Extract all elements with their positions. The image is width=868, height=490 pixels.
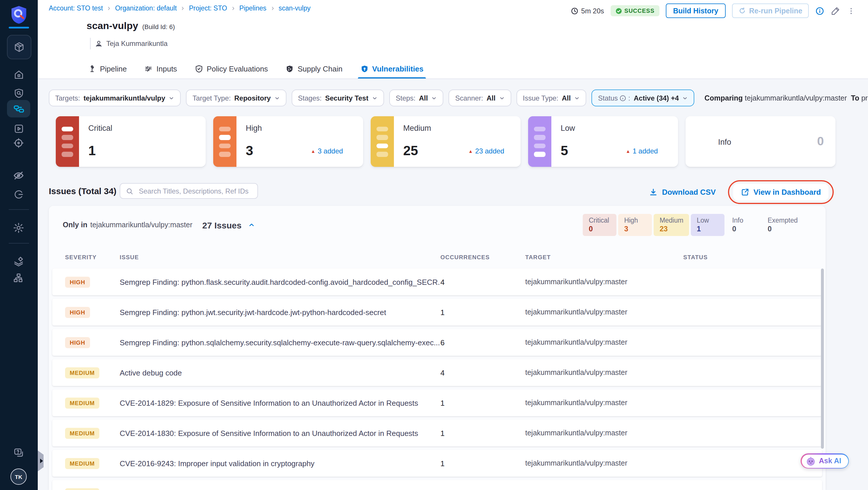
sidebar-item-home[interactable] xyxy=(7,66,30,83)
chevron-right-icon xyxy=(180,5,185,11)
issue-row[interactable]: MEDIUMCVE-2014-1829: Exposure of Sensiti… xyxy=(52,390,822,416)
breadcrumb-link[interactable]: Account: STO test xyxy=(49,5,103,11)
card-label: Low xyxy=(561,124,575,132)
tab-policy-evaluations[interactable]: Policy Evaluations xyxy=(193,59,269,79)
sidebar-item-exemptions[interactable] xyxy=(7,167,30,184)
sidebar-item-default-settings[interactable] xyxy=(7,253,30,270)
inputs-icon xyxy=(144,64,153,73)
filter-stages[interactable]: Stages: Security Test xyxy=(292,90,384,106)
severity-badge: MEDIUM xyxy=(65,398,99,409)
sidebar-item-settings[interactable] xyxy=(7,220,30,236)
target-icon xyxy=(13,137,24,149)
issue-row[interactable]: MEDIUMCVE-2014-1830: Exposure of Sensiti… xyxy=(52,420,822,447)
sidebar-divider xyxy=(9,209,29,210)
group-header[interactable]: Only in tejakummarikuntla/vulpy:master 2… xyxy=(63,220,255,230)
filter-issue-type[interactable]: Issue Type: All xyxy=(517,90,587,106)
sidebar-item-pipelines[interactable] xyxy=(7,100,30,117)
severity-cards: Critical1High3▲3 addedMedium25▲23 addedL… xyxy=(56,116,835,167)
filter-value: All xyxy=(487,94,496,102)
breadcrumb: Account: STO testOrganization: defaultPr… xyxy=(49,5,311,11)
issue-row[interactable]: MEDIUMCVE-2016-9243: Improper input vali… xyxy=(52,450,822,477)
module-selector-button[interactable] xyxy=(7,35,31,59)
build-history-button[interactable]: Build History xyxy=(665,3,726,18)
group-only-in-label: Only in xyxy=(63,221,87,229)
filter-label: Stages: xyxy=(298,94,321,102)
severity-badge: HIGH xyxy=(65,277,90,288)
issues-panel: Only in tejakummarikuntla/vulpy:master 2… xyxy=(49,206,826,490)
search-input[interactable] xyxy=(138,186,252,195)
issue-target: tejakummarikuntla/vulpy:master xyxy=(525,399,683,407)
group-target: tejakummarikuntla/vulpy:master xyxy=(90,221,193,229)
external-link-icon xyxy=(741,188,749,196)
issue-target: tejakummarikuntla/vulpy:master xyxy=(525,338,683,346)
issue-row[interactable]: HIGHSemgrep Finding: python.sqlalchemy.s… xyxy=(52,329,822,356)
occurrences-count: 1 xyxy=(440,429,525,437)
sidebar-item-overview[interactable] xyxy=(7,85,30,101)
severity-card-low[interactable]: Low5▲1 added xyxy=(528,116,678,167)
added-count: ▲23 added xyxy=(468,147,504,155)
card-count: 0 xyxy=(817,134,824,148)
harness-sto-logo xyxy=(10,5,28,24)
issue-row[interactable]: MEDIUM xyxy=(52,480,822,490)
chevron-up-icon[interactable] xyxy=(248,221,255,228)
occurrences-count: 4 xyxy=(440,368,525,377)
shield-nodes-icon xyxy=(285,64,294,73)
occurrences-count: 4 xyxy=(440,278,525,286)
sidebar-item-org-structure[interactable] xyxy=(7,270,30,286)
filter-steps[interactable]: Steps: All xyxy=(389,90,443,106)
issue-row[interactable]: HIGHSemgrep Finding: python.jwt.security… xyxy=(52,299,822,326)
tab-bar: PipelineInputsPolicy EvaluationsSupply C… xyxy=(87,59,425,79)
sidebar-item-get-started[interactable] xyxy=(7,186,30,202)
table-header-row: SEVERITYISSUEOCCURRENCESTARGETSTATUS xyxy=(65,254,809,261)
filter-status[interactable]: Status : Active (34) +4 xyxy=(592,90,694,106)
breadcrumb-link[interactable]: scan-vulpy xyxy=(279,5,311,11)
tab-inputs[interactable]: Inputs xyxy=(143,59,178,79)
filter-scanner[interactable]: Scanner: All xyxy=(449,90,511,106)
added-count: ▲3 added xyxy=(311,147,343,155)
kebab-menu-icon[interactable] xyxy=(847,6,855,16)
breadcrumb-link[interactable]: Project: STO xyxy=(189,5,227,11)
shield-search-icon xyxy=(13,88,24,98)
severity-card-high[interactable]: High3▲3 added xyxy=(213,116,363,167)
info-icon[interactable] xyxy=(815,6,825,16)
summary-count: 0 xyxy=(589,225,611,233)
severity-card-critical[interactable]: Critical1 xyxy=(56,116,206,167)
rerun-pipeline-button[interactable]: Re-run Pipeline xyxy=(732,3,809,18)
issues-search[interactable] xyxy=(120,183,258,199)
severity-gauge-bar xyxy=(371,116,394,167)
ask-ai-button[interactable]: Ask AI xyxy=(801,453,849,468)
severity-badge: MEDIUM xyxy=(65,488,99,490)
severity-card-info[interactable]: Info0 xyxy=(686,116,835,167)
issue-title: CVE-2014-1829: Exposure of Sensitive Inf… xyxy=(120,398,440,407)
filter-value: tejakummarikuntla/vulpy xyxy=(83,94,165,102)
severity-card-medium[interactable]: Medium25▲23 added xyxy=(371,116,521,167)
user-avatar[interactable]: TK xyxy=(10,468,27,485)
sidebar-item-targets[interactable] xyxy=(7,135,30,151)
view-in-dashboard-button[interactable]: View in Dashboard xyxy=(733,184,829,201)
run-duration: 5m 20s xyxy=(571,7,604,15)
shield-check-icon xyxy=(194,64,203,73)
page-header: Account: STO testOrganization: defaultPr… xyxy=(38,0,868,79)
breadcrumb-link[interactable]: Pipelines xyxy=(239,5,267,11)
edit-pencil-icon[interactable] xyxy=(831,6,841,16)
download-icon xyxy=(649,188,658,196)
card-label: Critical xyxy=(88,124,113,132)
filter-target-type[interactable]: Target Type: Repository xyxy=(186,90,286,106)
issue-row[interactable]: HIGHSemgrep Finding: python.flask.securi… xyxy=(52,269,822,295)
filter-targets[interactable]: Targets: tejakummarikuntla/vulpy xyxy=(49,90,181,106)
column-header-issue: ISSUE xyxy=(120,254,440,261)
tab-vulnerabilities[interactable]: Vulnerabilities xyxy=(359,59,425,79)
issue-row[interactable]: MEDIUMActive debug code4tejakummarikuntl… xyxy=(52,359,822,386)
tab-pipeline[interactable]: Pipeline xyxy=(87,59,128,79)
help-button[interactable] xyxy=(7,445,30,461)
issue-target: tejakummarikuntla/vulpy:master xyxy=(525,308,683,316)
severity-summary-pills: Critical0High3Medium23Low1Info0Exempted0 xyxy=(583,214,804,236)
tab-supply-chain[interactable]: Supply Chain xyxy=(284,59,344,79)
download-csv-button[interactable]: Download CSV xyxy=(649,188,716,196)
chevron-right-icon xyxy=(106,5,112,11)
table-scrollbar[interactable] xyxy=(821,269,824,449)
status-badge: SUCCESS xyxy=(610,5,659,16)
chevron-right-icon xyxy=(231,5,236,11)
breadcrumb-link[interactable]: Organization: default xyxy=(115,5,177,11)
sidebar-item-executions[interactable] xyxy=(7,120,30,136)
